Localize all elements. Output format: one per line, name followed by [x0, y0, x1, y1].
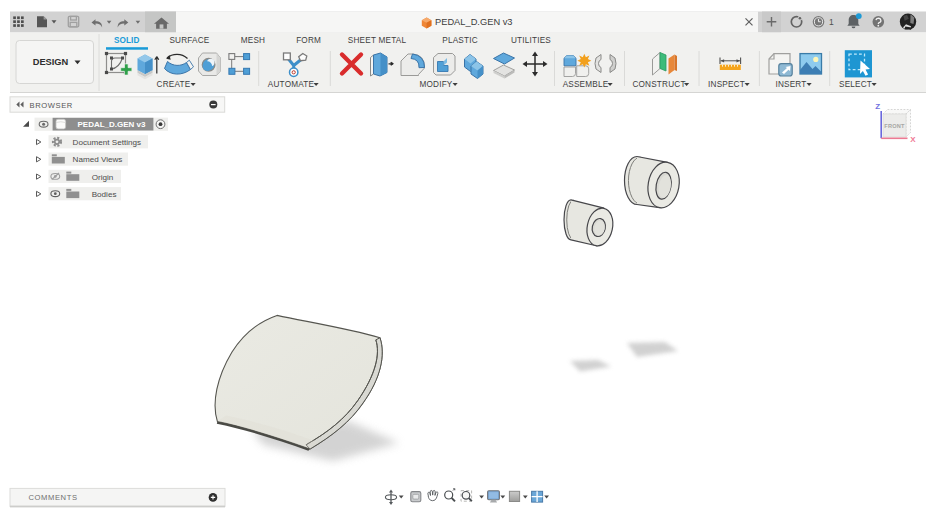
svg-text:PEDAL_D.GEN v3: PEDAL_D.GEN v3 — [435, 17, 513, 27]
svg-text:INSERT: INSERT — [775, 80, 806, 89]
svg-text:DESIGN: DESIGN — [33, 57, 69, 67]
svg-text:ASSEMBLE: ASSEMBLE — [563, 80, 609, 89]
svg-text:UTILITIES: UTILITIES — [511, 36, 551, 45]
svg-text:SURFACE: SURFACE — [169, 36, 209, 45]
svg-text:MESH: MESH — [241, 36, 265, 45]
svg-text:Origin: Origin — [92, 173, 114, 182]
svg-text:Document Settings: Document Settings — [73, 138, 141, 147]
svg-text:PLASTIC: PLASTIC — [442, 36, 478, 45]
svg-text:Named Views: Named Views — [73, 155, 123, 164]
svg-text:CREATE: CREATE — [157, 80, 191, 89]
svg-text:INSPECT: INSPECT — [708, 80, 745, 89]
svg-text:1: 1 — [829, 17, 834, 27]
svg-text:COMMENTS: COMMENTS — [29, 493, 78, 502]
svg-text:X: X — [910, 135, 916, 144]
svg-text:AUTOMATE: AUTOMATE — [268, 80, 315, 89]
svg-text:BROWSER: BROWSER — [30, 101, 73, 110]
svg-text:Z: Z — [875, 102, 880, 111]
svg-text:SHEET METAL: SHEET METAL — [348, 36, 407, 45]
svg-text:FORM: FORM — [296, 36, 321, 45]
svg-text:PEDAL_D.GEN v3: PEDAL_D.GEN v3 — [78, 120, 147, 129]
svg-text:SOLID: SOLID — [114, 36, 140, 45]
svg-text:FRONT: FRONT — [884, 123, 905, 129]
svg-text:Bodies: Bodies — [92, 190, 117, 199]
svg-text:CONSTRUCT: CONSTRUCT — [632, 80, 685, 89]
svg-text:MODIFY: MODIFY — [419, 80, 452, 89]
svg-text:SELECT: SELECT — [839, 80, 872, 89]
